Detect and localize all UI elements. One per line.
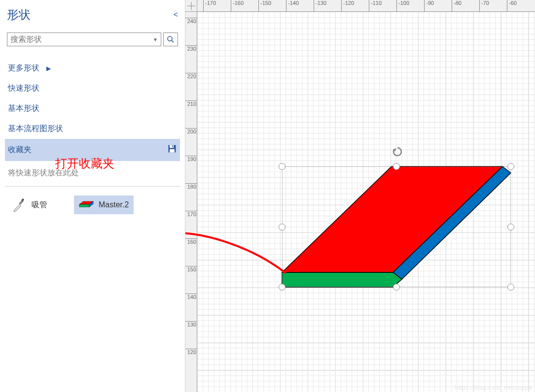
ruler-v-tick: 160 xyxy=(185,238,197,245)
rotate-icon xyxy=(392,146,403,158)
selection-handle[interactable] xyxy=(507,163,514,170)
nav-basic-flowchart[interactable]: 基本流程图形状 xyxy=(5,119,180,139)
selection-handle[interactable] xyxy=(507,284,514,291)
rotate-handle[interactable] xyxy=(392,146,402,157)
eyedropper-icon xyxy=(12,197,27,212)
svg-marker-9 xyxy=(79,204,89,207)
nav-label: 基本形状 xyxy=(8,103,39,114)
canvas-area[interactable]: -170 -160 -150 -140 -130 -120 -110 -100 … xyxy=(185,0,535,392)
ruler-corner-icon xyxy=(185,0,197,12)
selection-handle[interactable] xyxy=(279,163,285,170)
nav-label: 更多形状 xyxy=(8,63,39,73)
ruler-v-tick: 220 xyxy=(185,73,197,79)
nav-label: 快速形状 xyxy=(8,83,39,94)
ruler-corner xyxy=(185,0,197,12)
svg-rect-5 xyxy=(172,145,173,147)
ruler-horizontal[interactable]: -170 -160 -150 -140 -130 -120 -110 -100 … xyxy=(197,0,535,12)
master2-icon xyxy=(79,201,94,209)
quick-shapes-hint: 将快速形状放在此处 xyxy=(5,161,180,182)
ruler-h-tick: -120 xyxy=(341,0,354,12)
nav-more-shapes[interactable]: 更多形状 ▶ xyxy=(5,58,180,78)
nav-quick-shapes[interactable]: 快速形状 xyxy=(5,78,180,98)
ruler-v-tick: 210 xyxy=(185,100,197,107)
divider xyxy=(5,186,180,187)
collapse-button[interactable]: < xyxy=(174,10,178,19)
nav-label: 基本流程图形状 xyxy=(8,124,63,134)
selection-handle[interactable] xyxy=(507,224,514,230)
ruler-h-tick: -170 xyxy=(203,0,216,12)
ruler-h-tick: -90 xyxy=(424,0,434,12)
svg-line-1 xyxy=(172,40,174,42)
selection-handle[interactable] xyxy=(393,163,400,170)
ruler-h-tick: -140 xyxy=(286,0,299,12)
panel-header: 形状 < xyxy=(5,4,180,33)
search-icon xyxy=(166,35,175,44)
search-row: ▼ xyxy=(7,33,178,46)
search-input[interactable] xyxy=(7,33,150,46)
ruler-h-tick: -160 xyxy=(231,0,244,12)
stencil-eyedropper[interactable]: 吸管 xyxy=(7,193,52,217)
nav-favorites[interactable]: 收藏夹 xyxy=(5,139,180,161)
selection-handle[interactable] xyxy=(393,284,400,291)
search-dropdown-icon[interactable]: ▼ xyxy=(150,37,161,42)
stencil-master2[interactable]: Master.2 xyxy=(74,196,134,214)
ruler-h-tick: -70 xyxy=(479,0,489,12)
ruler-h-tick: -100 xyxy=(396,0,409,12)
ruler-h-tick: -110 xyxy=(369,0,382,12)
svg-rect-3 xyxy=(170,145,174,148)
ruler-v-tick: 170 xyxy=(185,211,197,217)
ruler-v-tick: 140 xyxy=(185,294,197,300)
ruler-v-tick: 150 xyxy=(185,266,197,272)
chevron-right-icon: ▶ xyxy=(46,65,51,72)
shapes-panel: 形状 < ▼ 更多形状 ▶ 快速形状 基本形状 基本流程图形状 收藏夹 xyxy=(0,0,185,392)
ruler-v-tick: 180 xyxy=(185,183,197,190)
search-button[interactable] xyxy=(163,33,178,46)
panel-title: 形状 xyxy=(7,7,31,23)
ruler-h-tick: -80 xyxy=(452,0,462,12)
save-icon[interactable] xyxy=(167,144,177,156)
ruler-v-tick: 120 xyxy=(185,349,197,355)
selection-handle[interactable] xyxy=(279,224,285,230)
search-input-wrap[interactable]: ▼ xyxy=(7,33,161,46)
ruler-v-tick: 230 xyxy=(185,45,197,52)
selection-bounding-box xyxy=(282,166,511,287)
watermark: https://blog.csdn.net/coppa xyxy=(455,384,532,391)
ruler-h-tick: -130 xyxy=(314,0,326,12)
svg-rect-4 xyxy=(170,149,175,153)
stencil-label: 吸管 xyxy=(32,200,47,210)
ruler-v-tick: 240 xyxy=(185,18,197,24)
ruler-v-tick: 190 xyxy=(185,156,197,162)
svg-point-0 xyxy=(168,36,172,41)
stencil-row: 吸管 Master.2 xyxy=(5,193,180,217)
nav-label: 收藏夹 xyxy=(8,145,32,155)
selection-handle[interactable] xyxy=(279,284,285,291)
ruler-h-tick: -60 xyxy=(507,0,517,12)
ruler-v-tick: 130 xyxy=(185,321,197,327)
ruler-vertical[interactable]: 240 230 220 210 200 190 180 170 160 150 … xyxy=(185,12,197,392)
ruler-h-tick: -150 xyxy=(258,0,271,12)
ruler-v-tick: 200 xyxy=(185,128,197,134)
nav-basic-shapes[interactable]: 基本形状 xyxy=(5,98,180,119)
stencil-label: Master.2 xyxy=(99,200,129,209)
